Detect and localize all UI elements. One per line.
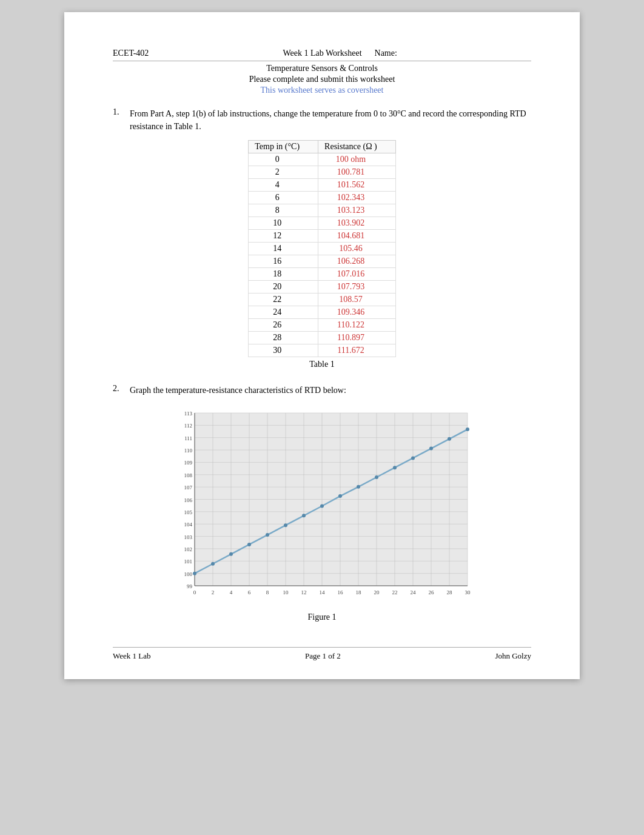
svg-point-68 <box>247 543 251 546</box>
temp-cell: 22 <box>249 293 318 306</box>
svg-point-73 <box>338 494 342 498</box>
svg-text:22: 22 <box>392 589 398 595</box>
svg-text:16: 16 <box>338 589 344 595</box>
svg-point-67 <box>229 552 233 556</box>
svg-text:2: 2 <box>212 589 215 595</box>
svg-text:108: 108 <box>184 472 193 478</box>
header-title: Week 1 Lab Worksheet Name: <box>149 49 531 58</box>
svg-point-69 <box>266 533 269 537</box>
svg-text:107: 107 <box>184 485 193 491</box>
svg-text:4: 4 <box>230 589 233 595</box>
svg-point-74 <box>357 485 360 489</box>
data-table: Temp in (°C) Resistance (Ω ) 0100 ohm210… <box>248 140 395 357</box>
table-row: 28110.897 <box>249 332 395 344</box>
temp-cell: 20 <box>249 281 318 293</box>
resistance-cell: 107.016 <box>318 268 396 281</box>
graph-container: 9910010110210310410510610710810911011111… <box>113 404 531 610</box>
table-row: 8103.123 <box>249 204 395 217</box>
svg-text:28: 28 <box>447 589 453 595</box>
question-2-number: 2. <box>113 384 125 397</box>
svg-text:100: 100 <box>184 571 193 577</box>
graph-wrap: 9910010110210310410510610710810911011111… <box>164 404 480 610</box>
question-1-text: 1. From Part A, step 1(b) of lab instruc… <box>113 107 531 133</box>
svg-text:20: 20 <box>374 589 380 595</box>
temp-cell: 0 <box>249 153 318 166</box>
header-subtitle2: Please complete and submit this workshee… <box>113 75 531 84</box>
resistance-cell: 111.672 <box>318 344 396 357</box>
svg-point-79 <box>448 437 451 441</box>
table-row: 26110.122 <box>249 319 395 332</box>
question-1-number: 1. <box>113 107 125 133</box>
resistance-cell: 100.781 <box>318 166 396 179</box>
table-row: 6102.343 <box>249 192 395 204</box>
svg-point-70 <box>284 523 287 527</box>
table-row: 14105.46 <box>249 243 395 255</box>
table-wrap: Temp in (°C) Resistance (Ω ) 0100 ohm210… <box>113 140 531 373</box>
svg-text:6: 6 <box>248 589 251 595</box>
svg-point-78 <box>429 447 433 451</box>
table-row: 18107.016 <box>249 268 395 281</box>
svg-point-66 <box>211 562 215 566</box>
table-header-row: Temp in (°C) Resistance (Ω ) <box>249 141 395 153</box>
svg-text:0: 0 <box>193 589 196 595</box>
svg-text:113: 113 <box>184 411 193 417</box>
svg-text:12: 12 <box>301 589 307 595</box>
temp-cell: 30 <box>249 344 318 357</box>
temp-cell: 24 <box>249 306 318 319</box>
temp-cell: 6 <box>249 192 318 204</box>
footer: Week 1 Lab Page 1 of 2 John Golzy <box>113 647 531 661</box>
table-caption: Table 1 <box>309 360 334 369</box>
temp-cell: 8 <box>249 204 318 217</box>
resistance-cell: 105.46 <box>318 243 396 255</box>
temp-cell: 4 <box>249 179 318 192</box>
svg-text:18: 18 <box>356 589 362 595</box>
svg-text:105: 105 <box>184 509 193 515</box>
footer-left: Week 1 Lab <box>113 651 150 661</box>
col1-header: Temp in (°C) <box>249 141 318 153</box>
header-subtitle1: Temperature Sensors & Controls <box>113 64 531 73</box>
question-2-text: 2. Graph the temperature-resistance char… <box>113 384 531 397</box>
page: ECET-402 Week 1 Lab Worksheet Name: Temp… <box>64 12 580 679</box>
resistance-cell: 101.562 <box>318 179 396 192</box>
svg-point-77 <box>411 456 415 460</box>
resistance-cell: 100 ohm <box>318 153 396 166</box>
svg-text:104: 104 <box>184 521 193 528</box>
resistance-cell: 102.343 <box>318 192 396 204</box>
figure-caption: Figure 1 <box>113 612 531 622</box>
resistance-cell: 106.268 <box>318 255 396 268</box>
footer-right: John Golzy <box>495 651 531 661</box>
chart-svg: 9910010110210310410510610710810911011111… <box>164 404 480 610</box>
header-top: ECET-402 Week 1 Lab Worksheet Name: <box>113 49 531 61</box>
svg-text:106: 106 <box>184 497 193 503</box>
temp-cell: 14 <box>249 243 318 255</box>
resistance-cell: 103.123 <box>318 204 396 217</box>
svg-text:111: 111 <box>184 435 192 441</box>
temp-cell: 2 <box>249 166 318 179</box>
svg-point-71 <box>302 514 306 517</box>
resistance-cell: 107.793 <box>318 281 396 293</box>
resistance-cell: 103.902 <box>318 217 396 230</box>
col2-header: Resistance (Ω ) <box>318 141 396 153</box>
temp-cell: 28 <box>249 332 318 344</box>
svg-text:26: 26 <box>429 589 435 595</box>
question-1: 1. From Part A, step 1(b) of lab instruc… <box>113 107 531 373</box>
resistance-cell: 109.346 <box>318 306 396 319</box>
temp-cell: 18 <box>249 268 318 281</box>
svg-text:102: 102 <box>184 546 193 552</box>
table-row: 12104.681 <box>249 230 395 243</box>
svg-text:8: 8 <box>266 589 269 595</box>
resistance-cell: 108.57 <box>318 293 396 306</box>
svg-point-80 <box>466 428 469 431</box>
table-row: 10103.902 <box>249 217 395 230</box>
table-row: 20107.793 <box>249 281 395 293</box>
table-row: 30111.672 <box>249 344 395 357</box>
table-row: 4101.562 <box>249 179 395 192</box>
svg-point-75 <box>375 475 378 479</box>
resistance-cell: 110.897 <box>318 332 396 344</box>
svg-text:10: 10 <box>283 589 289 595</box>
svg-text:30: 30 <box>465 589 471 595</box>
svg-text:103: 103 <box>184 534 193 540</box>
question-2-body: Graph the temperature-resistance charact… <box>130 384 346 397</box>
table-row: 24109.346 <box>249 306 395 319</box>
table-row: 0100 ohm <box>249 153 395 166</box>
